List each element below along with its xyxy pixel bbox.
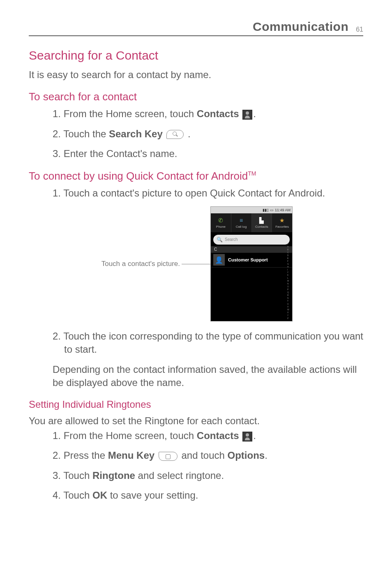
- menu-key-label: Menu Key: [108, 450, 154, 461]
- contacts-icon: [242, 432, 252, 441]
- alpha-letter: B: [287, 249, 291, 251]
- search-placeholder: Search: [225, 237, 238, 242]
- heading-search-contact: To search for a contact: [29, 90, 363, 103]
- figure-caption: Touch a contact's picture.: [99, 260, 210, 268]
- calllog-icon: ≡: [238, 217, 245, 224]
- alpha-letter: A: [287, 246, 291, 248]
- alpha-letter: G: [287, 263, 291, 265]
- phone-icon: ✆: [217, 217, 224, 224]
- alpha-letter: Z: [287, 317, 291, 319]
- step-text: 1. From the Home screen, touch: [53, 108, 197, 119]
- status-bar: ▮▮▯ ▭ 11:49 AM: [211, 207, 292, 213]
- alpha-letter: S: [287, 297, 291, 299]
- battery-icon: ▭: [270, 208, 274, 212]
- alpha-letter: K: [287, 274, 291, 276]
- status-time: 11:49 AM: [275, 208, 291, 212]
- intro-text: It is easy to search for a contact by na…: [29, 68, 363, 81]
- section-title: Communication: [253, 20, 348, 34]
- options-label: Options: [228, 450, 265, 461]
- heading-ringtones: Setting Individual Ringtones: [29, 399, 363, 410]
- search-steps: 1. From the Home screen, touch Contacts …: [53, 107, 363, 160]
- contacts-tab-icon: ▙: [258, 217, 265, 224]
- step-text: .: [253, 108, 256, 119]
- quick-steps: 1. Touch a contact's picture to open Qui…: [53, 187, 363, 200]
- ringtone-step-2: 2. Press the Menu Key and touch Options.: [53, 449, 363, 462]
- quick-steps-cont: 2. Touch the icon corresponding to the t…: [53, 330, 363, 356]
- step-text: 2. Press the: [53, 450, 108, 461]
- avatar[interactable]: 👤: [213, 254, 225, 266]
- heading-quick-contact: To connect by using Quick Contact for An…: [29, 170, 363, 183]
- alpha-letter: C: [287, 252, 291, 254]
- page-number: 61: [356, 26, 363, 33]
- search-step-2: 2. Touch the Search Key .: [53, 127, 363, 141]
- alpha-letter: #: [287, 243, 291, 245]
- ringtone-steps: 1. From the Home screen, touch Contacts …: [53, 429, 363, 502]
- alpha-letter: J: [287, 271, 291, 273]
- trademark: TM: [248, 170, 256, 177]
- page-header: Communication 61: [29, 20, 363, 36]
- alpha-letter: F: [287, 260, 291, 262]
- star-icon: ★: [279, 217, 286, 224]
- list-section-header: C: [211, 246, 292, 253]
- step-text: 3. Touch: [53, 470, 92, 481]
- alpha-letter: N: [287, 283, 291, 285]
- alpha-letter: E: [287, 257, 291, 259]
- tab-label: Phone: [216, 225, 226, 229]
- search-step-1: 1. From the Home screen, touch Contacts …: [53, 107, 363, 120]
- contact-row[interactable]: 👤 Customer Support: [211, 253, 292, 268]
- contacts-label: Contacts: [197, 108, 239, 119]
- alpha-letter: U: [287, 303, 291, 305]
- phone-screenshot: ▮▮▯ ▭ 11:49 AM ✆ Phone ≡ Call log ▙ Cont…: [210, 206, 293, 321]
- alpha-letter: P: [287, 289, 291, 291]
- tab-contacts[interactable]: ▙ Contacts: [252, 213, 272, 232]
- step-text: .: [265, 450, 267, 461]
- alpha-letter: Q: [287, 291, 291, 294]
- tab-bar: ✆ Phone ≡ Call log ▙ Contacts ★ Favorite…: [211, 213, 292, 232]
- search-icon: 🔍: [217, 237, 223, 243]
- alpha-letter: W: [287, 309, 291, 311]
- alpha-letter: I: [287, 269, 291, 271]
- screenshot-figure: Touch a contact's picture. ▮▮▯ ▭ 11:49 A…: [29, 206, 363, 321]
- step-text: 1. From the Home screen, touch: [53, 430, 197, 441]
- search-key-label: Search Key: [109, 128, 163, 139]
- ringtone-step-1: 1. From the Home screen, touch Contacts …: [53, 429, 363, 442]
- step-text: and select ringtone.: [135, 470, 224, 481]
- alpha-letter: M: [287, 280, 291, 282]
- alpha-letter: Y: [287, 314, 291, 317]
- alpha-letter: V: [287, 306, 291, 308]
- step-text: 2. Touch the: [53, 128, 109, 139]
- caption-pointer-line: [182, 264, 210, 264]
- ringtone-label: Ringtone: [92, 470, 135, 481]
- alpha-letter: T: [287, 300, 291, 302]
- quick-step-1: 1. Touch a contact's picture to open Qui…: [53, 187, 363, 200]
- ok-label: OK: [92, 490, 107, 501]
- alpha-letter: R: [287, 294, 291, 296]
- step-text: 4. Touch: [53, 490, 92, 501]
- alpha-letter: D: [287, 254, 291, 257]
- alpha-letter: H: [287, 266, 291, 268]
- tab-phone[interactable]: ✆ Phone: [211, 213, 231, 232]
- step-text: to save your setting.: [107, 490, 198, 501]
- quick-step-2: 2. Touch the icon corresponding to the t…: [53, 330, 363, 356]
- search-input[interactable]: 🔍 Search: [213, 235, 290, 245]
- heading-searching: Searching for a Contact: [29, 49, 363, 62]
- tab-label: Favorites: [275, 225, 289, 229]
- alpha-letter: L: [287, 277, 291, 279]
- alpha-index[interactable]: # A B C D E F G H I J K L M N O P Q R S …: [287, 243, 291, 319]
- step-text: and touch: [179, 450, 228, 461]
- tab-calllog[interactable]: ≡ Call log: [231, 213, 252, 232]
- contacts-label: Contacts: [197, 430, 239, 441]
- ringtone-step-4: 4. Touch OK to save your setting.: [53, 489, 363, 502]
- tab-favorites[interactable]: ★ Favorites: [272, 213, 292, 232]
- step-text: .: [185, 128, 190, 139]
- caption-text: Touch a contact's picture.: [101, 260, 180, 268]
- contact-name: Customer Support: [228, 257, 268, 262]
- quick-step-2-note: Depending on the contact information sav…: [53, 363, 363, 390]
- tab-label: Contacts: [255, 225, 268, 229]
- signal-icon: ▮▮▯: [263, 208, 269, 212]
- ringtone-intro: You are allowed to set the Ringtone for …: [29, 414, 363, 428]
- tab-label: Call log: [236, 225, 247, 229]
- search-step-3: 3. Enter the Contact's name.: [53, 147, 363, 160]
- search-key-icon: [166, 130, 184, 139]
- contacts-icon: [242, 110, 252, 120]
